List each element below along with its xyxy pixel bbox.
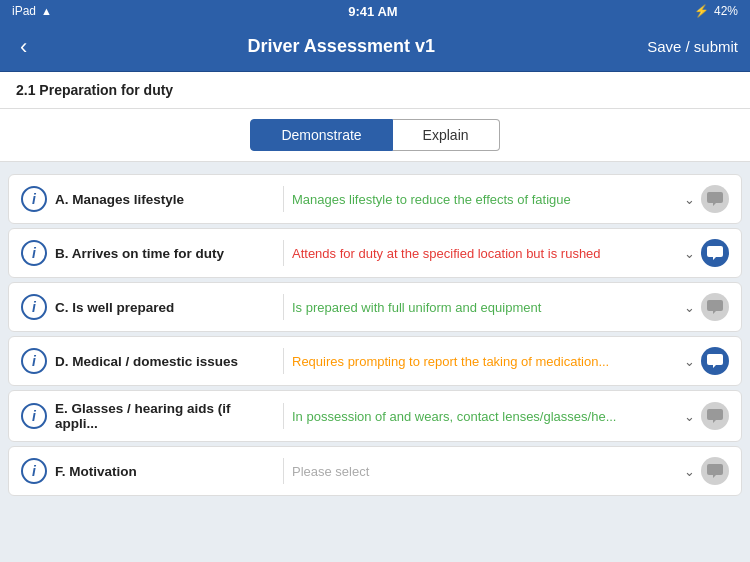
chevron-icon-c: ⌄ bbox=[684, 300, 695, 315]
battery-alert-icon: ⚡ bbox=[694, 4, 709, 18]
info-icon-f[interactable]: i bbox=[21, 458, 47, 484]
svg-point-2 bbox=[717, 251, 719, 253]
assessment-row-c: iC. Is well preparedIs prepared with ful… bbox=[8, 282, 742, 332]
comment-icon-e[interactable] bbox=[701, 402, 729, 430]
back-button[interactable]: ‹ bbox=[12, 30, 35, 64]
chevron-icon-d: ⌄ bbox=[684, 354, 695, 369]
row-divider-d bbox=[283, 348, 284, 374]
row-value-d: Requires prompting to report the taking … bbox=[292, 354, 678, 369]
assessment-row-f: iF. MotivationPlease select⌄ bbox=[8, 446, 742, 496]
row-divider-c bbox=[283, 294, 284, 320]
row-label-b: B. Arrives on time for duty bbox=[55, 246, 275, 261]
assessment-row-a: iA. Manages lifestyleManages lifestyle t… bbox=[8, 174, 742, 224]
svg-point-5 bbox=[717, 359, 719, 361]
content-area: iA. Manages lifestyleManages lifestyle t… bbox=[0, 162, 750, 508]
save-submit-button[interactable]: Save / submit bbox=[647, 38, 738, 55]
row-label-f: F. Motivation bbox=[55, 464, 275, 479]
row-select-area-c[interactable]: Is prepared with full uniform and equipm… bbox=[292, 300, 701, 315]
time-label: 9:41 AM bbox=[348, 4, 397, 19]
chevron-icon-e: ⌄ bbox=[684, 409, 695, 424]
row-select-area-e[interactable]: In possession of and wears, contact lens… bbox=[292, 409, 701, 424]
row-select-area-f[interactable]: Please select⌄ bbox=[292, 464, 701, 479]
section-header: 2.1 Preparation for duty bbox=[0, 72, 750, 109]
row-label-a: A. Manages lifestyle bbox=[55, 192, 275, 207]
chevron-icon-a: ⌄ bbox=[684, 192, 695, 207]
row-divider-a bbox=[283, 186, 284, 212]
wifi-icon: ▲ bbox=[41, 5, 52, 17]
comment-icon-b[interactable] bbox=[701, 239, 729, 267]
svg-point-1 bbox=[714, 251, 716, 253]
row-value-f: Please select bbox=[292, 464, 678, 479]
row-label-d: D. Medical / domestic issues bbox=[55, 354, 275, 369]
tab-explain[interactable]: Explain bbox=[393, 119, 500, 151]
comment-icon-d[interactable] bbox=[701, 347, 729, 375]
svg-point-4 bbox=[714, 359, 716, 361]
row-divider-f bbox=[283, 458, 284, 484]
status-bar: iPad ▲ 9:41 AM ⚡ 42% bbox=[0, 0, 750, 22]
row-divider-b bbox=[283, 240, 284, 266]
row-select-area-d[interactable]: Requires prompting to report the taking … bbox=[292, 354, 701, 369]
nav-title: Driver Assessment v1 bbox=[35, 36, 647, 57]
row-select-area-a[interactable]: Manages lifestyle to reduce the effects … bbox=[292, 192, 701, 207]
tab-demonstrate[interactable]: Demonstrate bbox=[250, 119, 392, 151]
info-icon-e[interactable]: i bbox=[21, 403, 47, 429]
svg-point-0 bbox=[711, 251, 713, 253]
row-divider-e bbox=[283, 403, 284, 429]
row-label-c: C. Is well prepared bbox=[55, 300, 275, 315]
row-label-e: E. Glasses / hearing aids (if appli... bbox=[55, 401, 275, 431]
comment-icon-a[interactable] bbox=[701, 185, 729, 213]
chevron-icon-b: ⌄ bbox=[684, 246, 695, 261]
chevron-icon-f: ⌄ bbox=[684, 464, 695, 479]
info-icon-d[interactable]: i bbox=[21, 348, 47, 374]
row-value-e: In possession of and wears, contact lens… bbox=[292, 409, 678, 424]
svg-point-3 bbox=[711, 359, 713, 361]
carrier-label: iPad bbox=[12, 4, 36, 18]
row-value-a: Manages lifestyle to reduce the effects … bbox=[292, 192, 678, 207]
row-value-b: Attends for duty at the specified locati… bbox=[292, 246, 678, 261]
section-title: 2.1 Preparation for duty bbox=[16, 82, 173, 98]
battery-percent: 42% bbox=[714, 4, 738, 18]
nav-bar: ‹ Driver Assessment v1 Save / submit bbox=[0, 22, 750, 72]
status-right: ⚡ 42% bbox=[694, 4, 738, 18]
assessment-row-d: iD. Medical / domestic issuesRequires pr… bbox=[8, 336, 742, 386]
assessment-row-e: iE. Glasses / hearing aids (if appli...I… bbox=[8, 390, 742, 442]
tab-bar: Demonstrate Explain bbox=[0, 109, 750, 162]
row-select-area-b[interactable]: Attends for duty at the specified locati… bbox=[292, 246, 701, 261]
comment-icon-f[interactable] bbox=[701, 457, 729, 485]
comment-icon-c[interactable] bbox=[701, 293, 729, 321]
assessment-row-b: iB. Arrives on time for dutyAttends for … bbox=[8, 228, 742, 278]
status-left: iPad ▲ bbox=[12, 4, 52, 18]
row-value-c: Is prepared with full uniform and equipm… bbox=[292, 300, 678, 315]
info-icon-b[interactable]: i bbox=[21, 240, 47, 266]
info-icon-a[interactable]: i bbox=[21, 186, 47, 212]
info-icon-c[interactable]: i bbox=[21, 294, 47, 320]
